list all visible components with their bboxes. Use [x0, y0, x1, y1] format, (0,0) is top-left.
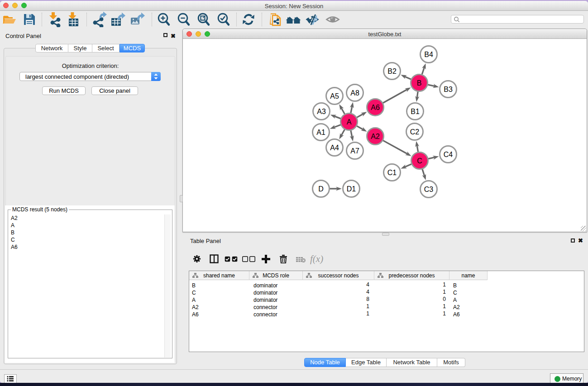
svg-text:B2: B2 [387, 67, 397, 75]
svg-text:A1: A1 [316, 129, 325, 136]
svg-text:B1: B1 [411, 108, 420, 115]
svg-text:C: C [417, 157, 422, 165]
svg-text:B4: B4 [424, 51, 433, 58]
svg-text:A7: A7 [350, 147, 359, 155]
svg-text:D: D [318, 185, 324, 193]
svg-text:A4: A4 [330, 144, 339, 152]
svg-text:B: B [417, 79, 422, 87]
svg-text:A8: A8 [350, 89, 359, 97]
svg-text:D1: D1 [347, 185, 356, 193]
svg-text:A3: A3 [317, 108, 326, 115]
svg-text:C4: C4 [444, 151, 453, 158]
svg-text:A2: A2 [371, 133, 380, 140]
svg-text:C2: C2 [410, 128, 420, 136]
svg-text:C1: C1 [387, 169, 397, 176]
svg-text:B3: B3 [444, 86, 453, 93]
svg-text:C3: C3 [424, 186, 434, 193]
svg-text:A5: A5 [330, 92, 339, 100]
svg-text:A6: A6 [371, 104, 380, 111]
svg-text:A: A [347, 118, 352, 126]
